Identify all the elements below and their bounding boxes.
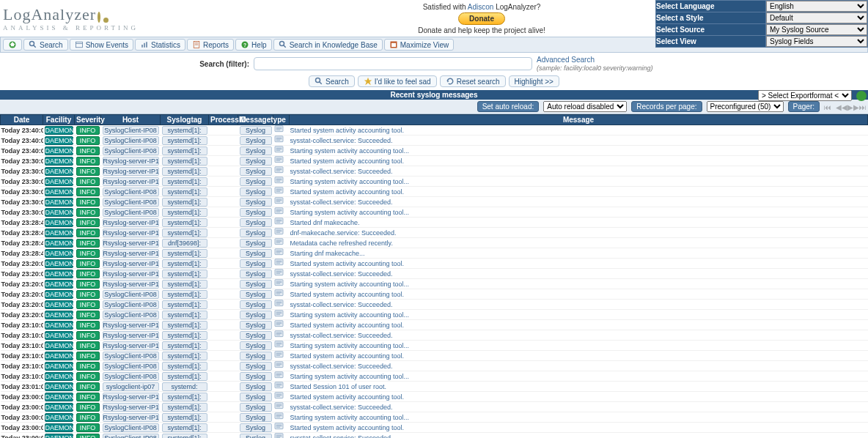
facility-badge[interactable]: DAEMON: [45, 311, 73, 319]
pager-last-icon[interactable]: ⏭: [859, 103, 867, 111]
lang-select[interactable]: English: [766, 1, 867, 12]
adiscon-link[interactable]: Adiscon: [468, 3, 494, 11]
message-link[interactable]: Started Session 101 of user root.: [290, 383, 387, 390]
facility-badge[interactable]: DAEMON: [45, 321, 73, 330]
syslogtag-link[interactable]: systemd[1]:: [162, 352, 207, 360]
msgtype-badge[interactable]: Syslog: [240, 136, 272, 145]
message-detail-icon[interactable]: [274, 228, 284, 236]
syslogtag-link[interactable]: systemd[1]:: [162, 434, 207, 439]
facility-badge[interactable]: DAEMON: [45, 146, 73, 155]
severity-badge[interactable]: INFO: [76, 280, 100, 289]
donate-button[interactable]: Donate: [458, 12, 505, 25]
message-detail-icon[interactable]: [274, 156, 284, 164]
msgtype-badge[interactable]: Syslog: [240, 198, 272, 207]
msgtype-badge[interactable]: Syslog: [240, 331, 272, 340]
host-link[interactable]: Rsyslog-server-IP18: [103, 270, 159, 278]
syslogtag-link[interactable]: systemd[1]:: [162, 331, 207, 340]
message-detail-icon[interactable]: [274, 177, 284, 185]
severity-badge[interactable]: INFO: [76, 413, 100, 422]
msgtype-badge[interactable]: Syslog: [240, 434, 272, 439]
msgtype-badge[interactable]: Syslog: [240, 126, 272, 135]
host-link[interactable]: Rsyslog-server-IP18: [103, 280, 159, 289]
syslogtag-link[interactable]: systemd[1]:: [162, 208, 207, 217]
col-header[interactable]: Severity: [75, 115, 101, 125]
severity-badge[interactable]: INFO: [76, 208, 100, 217]
facility-badge[interactable]: DAEMON: [45, 208, 73, 217]
host-link[interactable]: syslogclient-ip07: [103, 382, 159, 391]
message-link[interactable]: Starting system activity accounting tool…: [290, 342, 410, 349]
message-link[interactable]: Started system activity accounting tool.: [290, 157, 405, 165]
message-detail-icon[interactable]: [274, 382, 284, 390]
show-events-menu[interactable]: Show Events: [70, 39, 133, 51]
facility-badge[interactable]: DAEMON: [45, 372, 73, 381]
col-header[interactable]: Syslogtag: [161, 115, 209, 125]
message-detail-icon[interactable]: [274, 166, 284, 174]
advanced-search-link[interactable]: Advanced Search: [537, 56, 595, 64]
message-detail-icon[interactable]: [274, 136, 284, 144]
severity-badge[interactable]: INFO: [76, 198, 100, 207]
host-link[interactable]: SyslogClient-IP08: [103, 372, 159, 381]
msgtype-badge[interactable]: Syslog: [240, 321, 272, 330]
host-link[interactable]: Rsyslog-server-IP18: [103, 229, 159, 237]
severity-badge[interactable]: INFO: [76, 434, 100, 439]
facility-badge[interactable]: DAEMON: [45, 136, 73, 145]
message-detail-icon[interactable]: [274, 402, 284, 410]
facility-badge[interactable]: DAEMON: [45, 270, 73, 278]
host-link[interactable]: SyslogClient-IP08: [103, 300, 159, 309]
facility-badge[interactable]: DAEMON: [45, 300, 73, 309]
message-detail-icon[interactable]: [274, 361, 284, 369]
host-link[interactable]: Rsyslog-server-IP18: [103, 157, 159, 166]
message-link[interactable]: Starting system activity accounting tool…: [290, 147, 410, 155]
severity-badge[interactable]: INFO: [76, 157, 100, 166]
reset-search-button[interactable]: Reset search: [440, 75, 506, 87]
facility-badge[interactable]: DAEMON: [45, 188, 73, 196]
severity-badge[interactable]: INFO: [76, 331, 100, 340]
message-detail-icon[interactable]: [274, 248, 284, 256]
msgtype-badge[interactable]: Syslog: [240, 280, 272, 289]
host-link[interactable]: Rsyslog-server-IP18: [103, 218, 159, 227]
msgtype-badge[interactable]: Syslog: [240, 239, 272, 248]
msgtype-badge[interactable]: Syslog: [240, 167, 272, 176]
syslogtag-link[interactable]: systemd[1]:: [162, 146, 207, 155]
col-header[interactable]: Facility: [43, 115, 75, 125]
syslogtag-link[interactable]: systemd[1]:: [162, 157, 207, 166]
syslogtag-link[interactable]: systemd[1]:: [162, 188, 207, 196]
maximize-menu[interactable]: Maximize View: [384, 39, 455, 51]
autoreload-select[interactable]: Auto reload disabled: [543, 101, 627, 112]
message-detail-icon[interactable]: [274, 259, 284, 267]
facility-badge[interactable]: DAEMON: [45, 413, 73, 422]
host-link[interactable]: Rsyslog-server-IP18: [103, 413, 159, 422]
message-detail-icon[interactable]: [274, 207, 284, 215]
message-link[interactable]: Started system activity accounting tool.: [290, 291, 405, 298]
host-link[interactable]: Rsyslog-server-IP18: [103, 403, 159, 412]
syslogtag-link[interactable]: systemd[1]:: [162, 290, 207, 299]
message-link[interactable]: Metadata cache refreshed recently.: [290, 240, 393, 247]
message-link[interactable]: sysstat-collect.service: Succeeded.: [290, 404, 393, 411]
message-detail-icon[interactable]: [274, 412, 284, 420]
msgtype-badge[interactable]: Syslog: [240, 229, 272, 237]
source-select[interactable]: My Syslog Source: [766, 24, 867, 35]
host-link[interactable]: SyslogClient-IP08: [103, 423, 159, 432]
syslogtag-link[interactable]: systemd[1]:: [162, 218, 207, 227]
message-detail-icon[interactable]: [274, 146, 284, 154]
message-detail-icon[interactable]: [274, 433, 284, 438]
syslogtag-link[interactable]: dnf[39698]:: [162, 239, 207, 248]
message-link[interactable]: Started system activity accounting tool.: [290, 393, 405, 401]
message-link[interactable]: Starting system activity accounting tool…: [290, 373, 410, 380]
message-detail-icon[interactable]: [274, 187, 284, 195]
msgtype-badge[interactable]: Syslog: [240, 218, 272, 227]
export-go-icon[interactable]: [856, 91, 867, 101]
message-link[interactable]: Started system activity accounting tool.: [290, 322, 405, 329]
host-link[interactable]: SyslogClient-IP08: [103, 146, 159, 155]
syslogtag-link[interactable]: systemd[1]:: [162, 198, 207, 207]
message-link[interactable]: sysstat-collect.service: Succeeded.: [290, 332, 393, 339]
message-detail-icon[interactable]: [274, 197, 284, 205]
msgtype-badge[interactable]: Syslog: [240, 188, 272, 196]
host-link[interactable]: Rsyslog-server-IP18: [103, 321, 159, 330]
msgtype-badge[interactable]: Syslog: [240, 423, 272, 432]
message-link[interactable]: sysstat-collect.service: Succeeded.: [290, 363, 393, 370]
msgtype-badge[interactable]: Syslog: [240, 341, 272, 350]
severity-badge[interactable]: INFO: [76, 300, 100, 309]
message-link[interactable]: dnf-makecache.service: Succeeded.: [290, 229, 397, 237]
syslogtag-link[interactable]: systemd[1]:: [162, 311, 207, 319]
